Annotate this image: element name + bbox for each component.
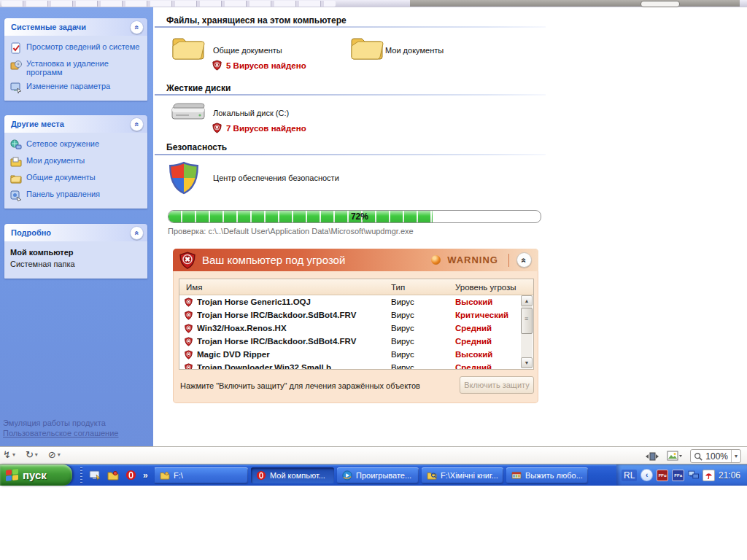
scroll-up-icon[interactable]: ▲ [521,295,533,306]
change-setting-icon [10,82,22,93]
scan-progress-bar: 72% [168,210,541,223]
threat-row[interactable]: Trojan Horse Generic11.OQJ Вирус Высокий [179,295,533,308]
virus-count-text: 7 Вирусов найдено [226,124,306,133]
media-player-icon [342,470,352,481]
language-indicator[interactable]: RL [622,470,637,481]
folder-icon[interactable] [171,35,205,63]
scroll-down-icon[interactable]: ▼ [521,357,533,368]
threat-row[interactable]: Win32/Hoax.Renos.HX Вирус Средний [179,322,533,335]
virus-shield-icon [184,337,193,346]
sidebar-item-add-remove-programs[interactable]: Установка и удаление программ [10,59,144,77]
sidebar-item-label: Панель управления [26,190,100,201]
threat-row[interactable]: Magic DVD Ripper Вирус Высокий [179,348,533,361]
images-toggle-icon[interactable] [667,451,683,462]
quick-launch-overflow-chevron[interactable]: » [143,470,148,481]
warning-collapse-chevron-icon[interactable]: « [516,252,532,268]
panel-details-header[interactable]: Подробно « [4,224,147,241]
shared-documents-label[interactable]: Общие документы [213,46,282,55]
opera-icon [256,470,266,481]
sidebar-item-system-info[interactable]: Просмотр сведений о системе [10,42,144,54]
collapse-chevron-icon[interactable]: « [130,226,144,240]
collapse-chevron-icon[interactable]: « [130,117,144,131]
folder-icon[interactable] [350,35,384,63]
emulation-note: Эмуляция работы продукта [3,418,118,428]
block-content-button[interactable]: ⊘▾ [48,449,61,460]
taskbar-button-label: Проигрывате... [356,471,411,480]
threat-row[interactable]: Trojan Horse IRC/Backdoor.SdBot4.FRV Вир… [179,335,533,348]
threat-name: Trojan Horse Generic11.OQJ [197,298,391,306]
sidebar-item-control-panel[interactable]: Панель управления [10,190,144,201]
section-title-files: Файлы, хранящиеся на этом компьютере [166,15,347,26]
threat-row[interactable]: Trojan Downloader.Win32.Small.b Вирус Ср… [179,361,533,370]
panel-system-tasks-header[interactable]: Системные задачи « [4,18,147,36]
panel-details: Подробно « Мой компьютер Системная папка [4,224,147,279]
enable-protection-button[interactable]: Включить защиту [460,376,534,394]
panel-other-places-header[interactable]: Другие места « [4,115,147,133]
tray-ffa-icon[interactable]: FFa [672,470,684,481]
pane-footer: Эмуляция работы продукта Пользовательско… [3,418,118,438]
mouse-gestures-button[interactable]: ↻▾ [26,449,38,460]
user-agreement-link[interactable]: Пользовательское соглашение [3,429,118,438]
threat-name: Trojan Horse IRC/Backdoor.SdBot4.FRV [197,311,391,319]
folder-content-view: Файлы, хранящиеся на этом компьютере Общ… [153,7,747,446]
taskbar-button-my-computer[interactable]: Мой компьют... [251,467,334,483]
folder-search-icon [427,471,437,480]
sidebar-item-network[interactable]: Сетевое окружение [10,139,144,151]
sidebar-item-shared-documents[interactable]: Общие документы [10,173,144,184]
virus-shield-icon [184,363,193,370]
taskbar-button-media-player[interactable]: Проигрывате... [337,467,419,483]
zoom-control[interactable]: 100% ▾ [690,449,741,463]
panels-toggle-icon[interactable] [645,451,659,462]
warning-title: Ваш компьютер под угрозой [202,254,345,266]
toolbar-grip[interactable] [80,467,82,483]
virus-shield-icon [184,350,193,359]
taskbar-button-folder-search[interactable]: F:\Хімічні книг... [422,467,503,483]
collapse-chevron-icon[interactable]: « [130,20,144,34]
start-button[interactable]: пуск [0,464,72,486]
opera-icon[interactable] [125,470,136,481]
column-type: Тип [391,283,455,292]
hide-tray-icons-chevron[interactable]: ‹ [640,469,653,481]
threat-warning-panel: Ваш компьютер под угрозой WARNING « Имя … [173,249,538,403]
avira-tray-icon[interactable] [703,470,715,481]
threat-type: Вирус [391,350,455,359]
hard-disk-icon[interactable] [170,101,206,123]
virus-shield-icon [184,298,193,307]
threat-table: Имя Тип Уровень угрозы Trojan Horse Gene… [179,279,534,370]
threat-type: Вирус [391,324,455,332]
show-desktop-icon[interactable] [89,470,101,481]
quick-preferences-button[interactable]: ↯▾ [3,449,15,460]
details-item-name: Мой компьютер [10,248,144,257]
sidebar-item-label: Общие документы [26,173,96,184]
tray-ffu-icon[interactable]: FFu [657,470,669,481]
security-center-shield-icon[interactable] [169,161,199,195]
security-center-label[interactable]: Центр обеспечения безопасности [213,174,339,182]
sidebar-item-label: Мои документы [26,156,85,168]
system-tray: RL ‹ FFu FFa 21:06 [616,464,747,486]
virus-count-text: 5 Вирусов найдено [226,61,306,70]
network-tray-icon[interactable] [688,470,700,481]
scan-progress-fill [169,211,433,222]
threat-name: Trojan Horse IRC/Backdoor.SdBot4.FRV [197,337,391,346]
sidebar-item-change-setting[interactable]: Изменение параметра [10,82,144,93]
sidebar-item-label: Сетевое окружение [26,139,99,151]
taskbar-button-label: Выжить любо... [525,471,583,480]
panel-system-tasks: Системные задачи « Просмотр сведений о с… [4,18,147,101]
scrollbar-thumb[interactable] [521,308,533,334]
explorer-task-pane: Системные задачи « Просмотр сведений о с… [0,7,153,446]
sidebar-item-my-documents[interactable]: Мои документы [10,156,144,168]
quick-launch-folder-icon[interactable] [107,470,119,481]
scan-progress-percent: 72% [351,211,368,222]
section-rule [155,26,546,28]
threat-table-scrollbar[interactable]: ▲ ▼ [521,295,533,368]
my-documents-label[interactable]: Мои документы [385,46,444,55]
local-disk-label[interactable]: Локальный диск (C:) [213,109,289,117]
shared-documents-virus-alert: 5 Вирусов найдено [212,60,306,71]
threat-row[interactable]: Trojan Horse IRC/Backdoor.SdBot4.FRV Вир… [179,308,533,322]
network-places-icon [10,139,22,151]
taskbar-button-video[interactable]: Выжить любо... [506,467,588,483]
taskbar-button-fdrive[interactable]: F:\ [155,467,248,483]
taskbar-button-label: F:\Хімічні книг... [441,471,498,480]
blocked-icon: ⊘ [48,449,56,460]
gesture-icon: ↻ [26,449,34,460]
